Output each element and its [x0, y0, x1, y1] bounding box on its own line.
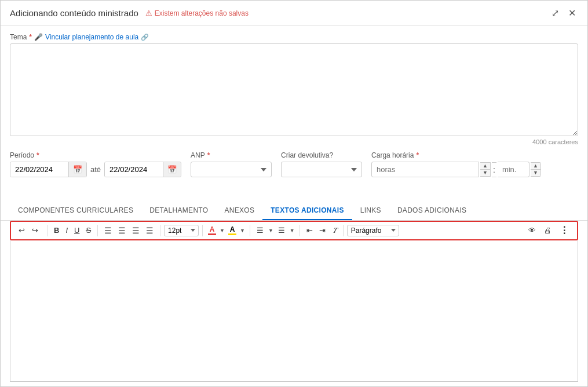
min-up[interactable]: ▲ — [531, 163, 540, 170]
editor-toolbar: ↩ ↪ B I U S ☰ ☰ ☰ — [10, 221, 578, 240]
clear-format-button[interactable]: 𝑇 — [330, 225, 339, 236]
tab-dados[interactable]: DADOS ADICIONAIS — [389, 202, 475, 220]
italic-button[interactable]: I — [63, 225, 71, 236]
anp-group: ANP * — [191, 151, 272, 177]
underline-button[interactable]: U — [71, 225, 82, 236]
preview-icon: 👁 — [528, 226, 536, 235]
modal-title: Adicionando conteúdo ministrado — [10, 8, 138, 18]
highlight-dropdown[interactable]: ▼ — [239, 227, 246, 235]
divider-2 — [97, 225, 98, 236]
close-button[interactable]: ✕ — [566, 6, 578, 20]
tab-links[interactable]: LINKS — [352, 202, 389, 220]
min-down[interactable]: ▼ — [531, 170, 540, 176]
modal-container: Adicionando conteúdo ministrado ⚠ Existe… — [0, 0, 588, 387]
redo-button[interactable]: ↪ — [29, 225, 41, 236]
align-right-icon: ☰ — [132, 226, 140, 235]
divider-7 — [343, 225, 344, 236]
anp-select[interactable] — [191, 162, 272, 177]
bullet-list-icon: ☰ — [257, 226, 264, 235]
list-group: ☰ ▼ ☰ ▼ — [254, 225, 296, 236]
text-style-group: B I U S — [51, 225, 94, 236]
anp-required: * — [207, 151, 210, 159]
anp-label-row: ANP * — [191, 151, 272, 159]
color-group: A ▼ A ▼ — [206, 225, 246, 236]
min-input[interactable] — [498, 162, 529, 177]
tab-detalhamento[interactable]: DETALHAMENTO — [141, 202, 216, 220]
editor-content-area[interactable] — [10, 240, 578, 382]
toolbar-right-icons: 👁 🖨 ⋮ — [525, 224, 572, 237]
carga-label-row: Carga horária * — [371, 151, 541, 159]
periodo-inputs: 📅 até 📅 — [10, 162, 181, 177]
tema-label: Tema — [10, 33, 27, 41]
tab-anexos[interactable]: ANEXOS — [216, 202, 262, 220]
link-icon: 🔗 — [141, 34, 149, 41]
periodo-group: Período * 📅 até 📅 — [10, 151, 181, 177]
outdent-button[interactable]: ⇤ — [304, 225, 316, 236]
date-from-input[interactable] — [10, 162, 68, 177]
bold-button[interactable]: B — [51, 225, 62, 236]
devolutiva-group: Criar devolutiva? — [281, 151, 362, 177]
divider-5 — [250, 225, 250, 236]
carga-required: * — [416, 151, 419, 159]
divider-6 — [300, 225, 300, 236]
align-right-button[interactable]: ☰ — [129, 225, 143, 236]
date-from-calendar[interactable]: 📅 — [68, 162, 86, 177]
highlight-letter: A — [230, 226, 235, 233]
bullet-dropdown[interactable]: ▼ — [267, 227, 275, 235]
tema-section: Tema * 🎤 Vincular planejamento de aula 🔗… — [10, 33, 578, 145]
divider-4 — [202, 225, 203, 236]
tema-required: * — [29, 33, 32, 41]
tema-label-row: Tema * 🎤 Vincular planejamento de aula 🔗 — [10, 33, 578, 41]
periodo-label-row: Período * — [10, 151, 181, 159]
date-to-wrap: 📅 — [104, 162, 181, 177]
numbered-dropdown[interactable]: ▼ — [288, 227, 296, 235]
more-icon: ⋮ — [560, 225, 569, 235]
font-color-letter: A — [210, 226, 215, 233]
periodo-label: Período — [10, 151, 34, 159]
print-icon: 🖨 — [544, 226, 552, 235]
anp-label: ANP — [191, 151, 205, 159]
paragraph-select[interactable]: Parágrafo Título 1 Título 2 Título 3 — [347, 225, 399, 236]
char-count: 4000 caracteres — [10, 138, 578, 145]
tema-textarea[interactable] — [10, 43, 578, 136]
ate-label: até — [90, 165, 101, 174]
align-left-button[interactable]: ☰ — [101, 225, 115, 236]
font-size-select[interactable]: 12pt 10pt 14pt 16pt 18pt — [164, 225, 199, 236]
horas-spinner: ▲ ▼ — [480, 162, 491, 177]
highlight-bar — [228, 233, 236, 235]
vincular-link[interactable]: Vincular planejamento de aula — [45, 33, 138, 41]
date-from-wrap: 📅 — [10, 162, 87, 177]
print-button[interactable]: 🖨 — [541, 225, 554, 236]
horas-input[interactable] — [371, 162, 479, 177]
preview-button[interactable]: 👁 — [525, 225, 539, 236]
devolutiva-select[interactable] — [281, 162, 362, 177]
indent-button[interactable]: ⇥ — [316, 225, 328, 236]
horas-down[interactable]: ▼ — [480, 170, 490, 176]
expand-button[interactable]: ⤢ — [549, 6, 561, 20]
font-color-dropdown[interactable]: ▼ — [218, 227, 226, 235]
carga-group: Carga horária * ▲ ▼ : ▲ ▼ — [371, 151, 541, 177]
devolutiva-label: Criar devolutiva? — [281, 151, 333, 159]
font-color-button[interactable]: A — [206, 225, 218, 236]
tab-componentes[interactable]: COMPONENTES CURRICULARES — [10, 202, 141, 220]
min-spinner: ▲ ▼ — [531, 162, 541, 177]
numbered-list-icon: ☰ — [278, 226, 285, 235]
tab-textos[interactable]: TEXTOS ADICIONAIS — [262, 202, 352, 220]
numbered-list-button[interactable]: ☰ — [275, 225, 288, 236]
highlight-button[interactable]: A — [227, 225, 238, 236]
align-center-button[interactable]: ☰ — [115, 225, 129, 236]
date-to-calendar[interactable]: 📅 — [163, 162, 181, 177]
align-justify-icon: ☰ — [146, 226, 154, 235]
header-right: ⤢ ✕ — [549, 6, 578, 20]
align-justify-button[interactable]: ☰ — [143, 225, 156, 236]
more-button[interactable]: ⋮ — [557, 224, 572, 237]
unsaved-warning-text: Existem alterações não salvas — [155, 9, 249, 17]
bullet-list-button[interactable]: ☰ — [254, 225, 266, 236]
strikethrough-button[interactable]: S — [83, 225, 94, 236]
fields-row: Período * 📅 até 📅 — [10, 151, 578, 177]
horas-up[interactable]: ▲ — [480, 163, 490, 170]
date-to-input[interactable] — [105, 162, 163, 177]
indent-group: ⇤ ⇥ — [304, 225, 328, 236]
undo-button[interactable]: ↩ — [16, 225, 28, 236]
divider-1 — [47, 225, 48, 236]
